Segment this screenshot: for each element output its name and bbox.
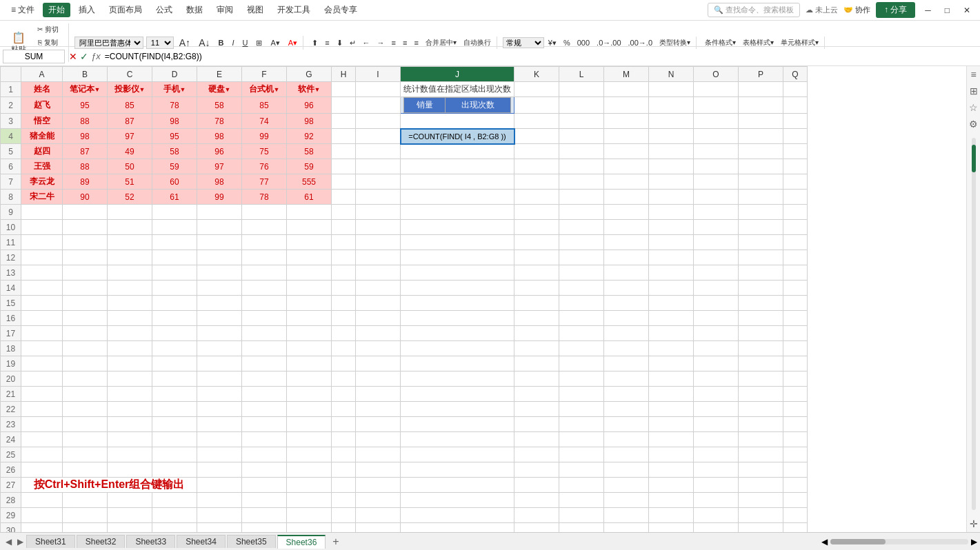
cell-N7[interactable] (649, 174, 694, 190)
menu-developer[interactable]: 开发工具 (272, 3, 316, 17)
font-color-button[interactable]: A▾ (286, 37, 300, 49)
search-box[interactable]: 🔍 查找命令、搜索模板 (708, 3, 800, 17)
cell-O2[interactable] (694, 97, 739, 114)
cell-B1[interactable]: 笔记本▼ (63, 82, 108, 97)
cell-Q2[interactable] (783, 97, 808, 114)
col-header-J[interactable]: J (401, 67, 514, 82)
cell-N4[interactable] (649, 129, 694, 144)
cell-N3[interactable] (649, 114, 694, 129)
cell-A6[interactable]: 王强 (21, 159, 63, 174)
cell-A2[interactable]: 赵飞 (21, 97, 63, 114)
cell-H3[interactable] (332, 114, 356, 129)
col-header-B[interactable]: B (63, 67, 108, 82)
cell-C4[interactable]: 97 (108, 129, 152, 144)
cell-B7[interactable]: 89 (63, 174, 108, 190)
font-grow-button[interactable]: A↑ (177, 36, 193, 50)
cell-M2[interactable] (604, 97, 649, 114)
align-left-button[interactable]: ≡ (389, 37, 399, 48)
cell-H2[interactable] (332, 97, 356, 114)
row-number-7[interactable]: 7 (1, 174, 21, 190)
cell-O3[interactable] (694, 114, 739, 129)
merge-center-button[interactable]: 合并居中▾ (423, 37, 459, 49)
cell-M5[interactable] (604, 144, 649, 159)
type-convert-button[interactable]: 类型转换▾ (657, 37, 693, 49)
row-number-6[interactable]: 6 (1, 159, 21, 174)
col-header-I[interactable]: I (356, 67, 401, 82)
cell-I8[interactable] (356, 190, 401, 205)
cell-L3[interactable] (559, 114, 604, 129)
menu-file[interactable]: ≡ 文件 (6, 3, 40, 17)
cell-C2[interactable]: 85 (108, 97, 152, 114)
cell-K8[interactable] (514, 190, 559, 205)
cell-J7[interactable] (401, 174, 514, 190)
cell-G2[interactable]: 96 (287, 97, 332, 114)
cell-F1[interactable]: 台式机▼ (242, 82, 287, 97)
table-style-button[interactable]: 表格样式▾ (740, 37, 777, 49)
underline-button[interactable]: U (239, 37, 250, 48)
menu-member[interactable]: 会员专享 (319, 3, 363, 17)
cell-D4[interactable]: 95 (152, 129, 197, 144)
cell-J1[interactable]: 统计数值在指定区域出现次数 (401, 82, 514, 97)
cell-K5[interactable] (514, 144, 559, 159)
cell-P6[interactable] (739, 159, 783, 174)
cell-G7[interactable]: 555 (287, 174, 332, 190)
cell-A4[interactable]: 猪全能 (21, 129, 63, 144)
name-box[interactable] (3, 50, 65, 63)
cell-O1[interactable] (694, 82, 739, 97)
cell-K7[interactable] (514, 174, 559, 190)
cell-A5[interactable]: 赵四 (21, 144, 63, 159)
sheet-scroll-area[interactable]: A B C D E F G H I J K L M N O (0, 66, 966, 532)
align-middle-button[interactable]: ≡ (322, 37, 332, 48)
cell-Q8[interactable] (783, 190, 808, 205)
cell-N6[interactable] (649, 159, 694, 174)
font-shrink-button[interactable]: A↓ (196, 36, 212, 50)
cell-Q4[interactable] (783, 129, 808, 144)
cell-O4[interactable] (694, 129, 739, 144)
cell-H6[interactable] (332, 159, 356, 174)
window-maximize[interactable]: □ (941, 6, 954, 15)
indent-decrease-button[interactable]: ← (360, 37, 373, 48)
cell-G4[interactable]: 92 (287, 129, 332, 144)
cell-F7[interactable]: 77 (242, 174, 287, 190)
align-top-button[interactable]: ⬆ (309, 37, 321, 49)
cell-I7[interactable] (356, 174, 401, 190)
cell-D5[interactable]: 58 (152, 144, 197, 159)
italic-button[interactable]: I (229, 37, 237, 48)
cell-M6[interactable] (604, 159, 649, 174)
cell-F5[interactable]: 75 (242, 144, 287, 159)
row-number-5[interactable]: 5 (1, 144, 21, 159)
cell-M7[interactable] (604, 174, 649, 190)
cell-L7[interactable] (559, 174, 604, 190)
cell-C6[interactable]: 50 (108, 159, 152, 174)
cell-E1[interactable]: 硬盘▼ (197, 82, 242, 97)
cell-N1[interactable] (649, 82, 694, 97)
cell-A8[interactable]: 宋二牛 (21, 190, 63, 205)
row-number-4[interactable]: 4 (1, 129, 21, 144)
row-number-9[interactable]: 9 (1, 205, 21, 220)
row-number-8[interactable]: 8 (1, 190, 21, 205)
row-number-1[interactable]: 1 (1, 82, 21, 97)
cell-I3[interactable] (356, 114, 401, 129)
cell-M3[interactable] (604, 114, 649, 129)
number-format-select[interactable]: 常规 (503, 37, 544, 48)
col-header-L[interactable]: L (559, 67, 604, 82)
cell-G6[interactable]: 59 (287, 159, 332, 174)
sidebar-icon-1[interactable]: ≡ (970, 69, 976, 80)
col-header-D[interactable]: D (152, 67, 197, 82)
sheet-tab-sheet36[interactable]: Sheet36 (277, 535, 326, 549)
cell-J3[interactable] (401, 114, 514, 129)
sidebar-icon-2[interactable]: ⊞ (970, 85, 978, 96)
col-header-O[interactable]: O (694, 67, 739, 82)
col-header-A[interactable]: A (21, 67, 63, 82)
col-header-P[interactable]: P (739, 67, 783, 82)
cell-D7[interactable]: 60 (152, 174, 197, 190)
cell-G8[interactable]: 61 (287, 190, 332, 205)
wrap-text-button[interactable]: ↵ (347, 37, 359, 49)
sheet-tab-sheet32[interactable]: Sheet32 (77, 535, 126, 548)
sheet-tab-sheet34[interactable]: Sheet34 (177, 535, 226, 548)
cell-P5[interactable] (739, 144, 783, 159)
add-sheet-button[interactable]: + (327, 536, 344, 548)
align-right-button[interactable]: ≡ (411, 37, 421, 48)
cell-J6[interactable] (401, 159, 514, 174)
cell-J4[interactable]: =COUNT(FIND( I4 , B2:G8 )) (401, 129, 514, 144)
